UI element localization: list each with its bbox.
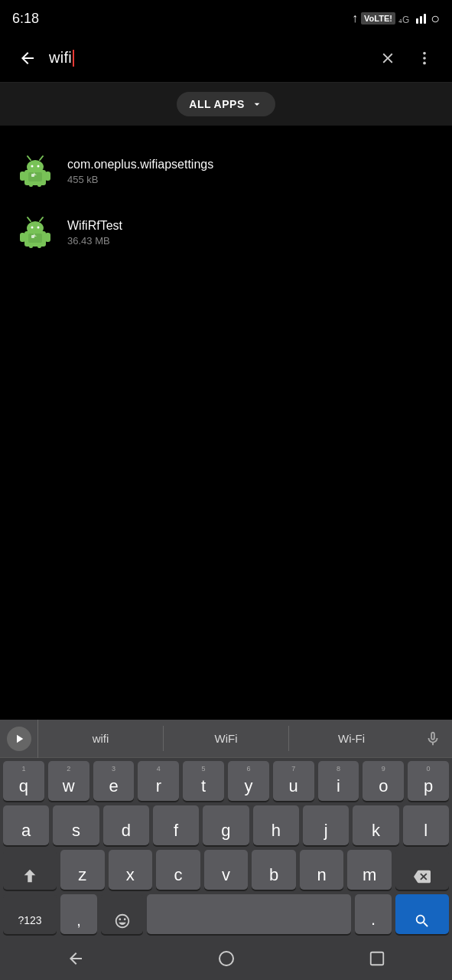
search-input[interactable]: wifi bbox=[49, 49, 372, 67]
bottom-nav bbox=[0, 940, 452, 980]
status-time: 6:18 bbox=[12, 11, 39, 27]
symbols-key[interactable]: ?123 bbox=[3, 894, 57, 934]
back-button[interactable] bbox=[12, 43, 43, 74]
app-size-2: 36.43 MB bbox=[67, 235, 437, 247]
key-j[interactable]: j bbox=[303, 805, 349, 845]
voice-button[interactable] bbox=[414, 720, 452, 758]
key-row-1: 1q 2w 3e 4r 5t 6y 7u 8i 9o 0p bbox=[3, 761, 449, 801]
key-y[interactable]: 6y bbox=[228, 761, 269, 801]
key-c[interactable]: c bbox=[156, 850, 200, 890]
svg-rect-24 bbox=[37, 242, 41, 248]
android-icon-1 bbox=[17, 153, 54, 190]
key-l[interactable]: l bbox=[403, 805, 449, 845]
app-size-1: 455 kB bbox=[67, 174, 437, 185]
suggestion-2[interactable]: WiFi bbox=[164, 726, 289, 751]
status-bar: 6:18 ↑ VoLTE! ₄G ○ bbox=[0, 0, 452, 34]
svg-point-4 bbox=[423, 51, 426, 54]
key-e[interactable]: 3e bbox=[93, 761, 135, 801]
svg-rect-8 bbox=[20, 172, 25, 181]
status-icons: ↑ VoLTE! ₄G ○ bbox=[352, 10, 440, 28]
key-r[interactable]: 4r bbox=[138, 761, 179, 801]
app-item-1[interactable]: com.oneplus.wifiapsettings 455 kB bbox=[0, 141, 452, 202]
svg-point-13 bbox=[31, 165, 34, 168]
nav-back-button[interactable] bbox=[53, 943, 99, 974]
svg-rect-3 bbox=[424, 14, 426, 24]
key-x[interactable]: x bbox=[109, 850, 153, 890]
expand-button[interactable] bbox=[0, 720, 38, 758]
autocomplete-suggestions: wifi WiFi Wi-Fi bbox=[38, 726, 414, 751]
key-f[interactable]: f bbox=[153, 805, 199, 845]
comma-key[interactable]: , bbox=[60, 894, 97, 934]
svg-point-12 bbox=[27, 160, 44, 174]
svg-line-29 bbox=[40, 217, 43, 221]
search-actions bbox=[372, 43, 440, 74]
key-g[interactable]: g bbox=[203, 805, 249, 845]
key-k[interactable]: k bbox=[353, 805, 398, 845]
filter-dropdown[interactable]: ALL APPS bbox=[177, 92, 275, 116]
svg-rect-21 bbox=[20, 233, 25, 242]
key-v[interactable]: v bbox=[204, 850, 249, 890]
svg-point-27 bbox=[37, 227, 40, 229]
key-a[interactable]: a bbox=[3, 805, 49, 845]
android-icon-2 bbox=[17, 214, 54, 251]
nav-home-button[interactable] bbox=[203, 943, 249, 974]
search-bar: wifi bbox=[0, 34, 452, 83]
key-i[interactable]: 8i bbox=[318, 761, 359, 801]
key-n[interactable]: n bbox=[300, 850, 344, 890]
key-p[interactable]: 0p bbox=[408, 761, 449, 801]
upload-icon: ↑ bbox=[352, 11, 358, 25]
text-cursor bbox=[73, 50, 74, 67]
key-b[interactable]: b bbox=[252, 850, 296, 890]
key-m[interactable]: m bbox=[347, 850, 392, 890]
svg-point-33 bbox=[219, 952, 233, 965]
suggestion-3[interactable]: Wi-Fi bbox=[289, 726, 414, 751]
svg-rect-1 bbox=[416, 18, 418, 24]
svg-rect-2 bbox=[420, 16, 422, 24]
svg-point-5 bbox=[423, 57, 426, 60]
period-key[interactable]: . bbox=[355, 894, 392, 934]
network-signal-icon bbox=[415, 12, 428, 24]
nav-recents-button[interactable] bbox=[354, 943, 400, 974]
keyboard: wifi WiFi Wi-Fi 1q 2w 3e 4r 5t 6y 7u 8i … bbox=[0, 720, 452, 980]
key-u[interactable]: 7u bbox=[273, 761, 314, 801]
svg-point-6 bbox=[423, 61, 426, 64]
more-options-button[interactable] bbox=[409, 43, 440, 74]
battery-icon: ○ bbox=[431, 10, 440, 28]
svg-point-26 bbox=[31, 227, 34, 229]
key-w[interactable]: 2w bbox=[48, 761, 89, 801]
key-t[interactable]: 5t bbox=[183, 761, 224, 801]
svg-point-25 bbox=[27, 221, 44, 235]
clear-button[interactable] bbox=[372, 43, 403, 74]
search-query-text: wifi bbox=[49, 49, 72, 67]
svg-rect-22 bbox=[45, 233, 50, 242]
delete-key[interactable] bbox=[395, 850, 449, 890]
emoji-key[interactable] bbox=[101, 894, 143, 934]
key-z[interactable]: z bbox=[60, 850, 105, 890]
filter-row: ALL APPS bbox=[0, 83, 452, 126]
app-list: com.oneplus.wifiapsettings 455 kB bbox=[0, 126, 452, 279]
key-q[interactable]: 1q bbox=[3, 761, 44, 801]
app-info-1: com.oneplus.wifiapsettings 455 kB bbox=[67, 158, 437, 185]
key-s[interactable]: s bbox=[53, 805, 99, 845]
key-h[interactable]: h bbox=[253, 805, 299, 845]
key-o[interactable]: 9o bbox=[363, 761, 404, 801]
svg-line-16 bbox=[40, 156, 43, 160]
svg-line-28 bbox=[28, 217, 31, 221]
app-icon-1 bbox=[15, 152, 55, 191]
suggestion-1[interactable]: wifi bbox=[38, 726, 164, 751]
chevron-down-icon bbox=[251, 98, 263, 110]
svg-rect-11 bbox=[37, 181, 41, 187]
svg-line-15 bbox=[28, 156, 31, 160]
app-name-2: WifiRfTest bbox=[67, 219, 437, 233]
svg-rect-9 bbox=[45, 172, 50, 181]
svg-rect-17 bbox=[28, 172, 42, 181]
search-key[interactable] bbox=[395, 894, 449, 934]
svg-point-14 bbox=[37, 165, 40, 168]
key-d[interactable]: d bbox=[103, 805, 149, 845]
app-item-2[interactable]: WifiRfTest 36.43 MB bbox=[0, 202, 452, 263]
svg-rect-10 bbox=[29, 181, 33, 187]
autocomplete-row: wifi WiFi Wi-Fi bbox=[0, 720, 452, 758]
space-key[interactable] bbox=[147, 894, 351, 934]
svg-rect-30 bbox=[28, 234, 42, 243]
shift-key[interactable] bbox=[3, 850, 57, 890]
